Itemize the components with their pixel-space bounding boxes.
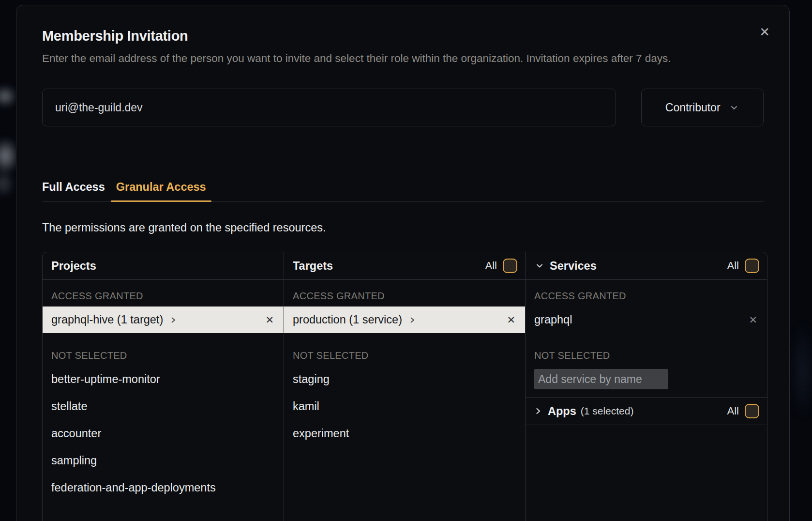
target-row-selected[interactable]: production (1 service) ✕ [284,306,525,333]
role-select[interactable]: Contributor [641,89,764,126]
services-not-selected-label: NOT SELECTED [534,350,758,361]
service-selected-name: graphql [534,313,572,326]
apps-label: Apps [548,405,576,418]
all-targets-checkbox[interactable] [503,259,517,273]
background-glow [0,85,17,107]
chevron-down-icon [728,102,740,113]
target-selected-name: production (1 service) [293,313,402,326]
service-row-selected[interactable]: graphql ✕ [526,306,767,333]
projects-header: Projects [43,252,284,280]
invite-form-row: Contributor [42,89,764,126]
targets-column: Targets All ACCESS GRANTED production (1… [284,252,526,521]
target-item[interactable]: experiment [284,420,525,447]
chevron-right-icon [169,316,177,324]
targets-header: Targets All [284,252,525,280]
projects-header-title: Projects [51,260,96,273]
project-item[interactable]: better-uptime-monitor [43,366,284,393]
apps-section-toggle[interactable]: Apps (1 selected) All [526,397,767,425]
services-access-granted-label: ACCESS GRANTED [534,291,758,302]
project-item[interactable]: accounter [43,420,284,447]
services-header-title: Services [550,260,597,273]
targets-not-selected-label: NOT SELECTED [293,350,516,361]
apps-selected-count: (1 selected) [581,405,634,417]
project-row-selected[interactable]: graphql-hive (1 target) ✕ [43,306,284,333]
projects-not-selected-list: better-uptime-monitor stellate accounter… [43,366,284,501]
background-glow [0,169,15,198]
role-select-value: Contributor [665,101,721,114]
background-glow [790,320,812,421]
all-apps-checkbox[interactable] [745,404,759,418]
all-services-checkbox[interactable] [745,259,759,273]
services-header[interactable]: Services All [526,252,767,280]
project-selected-name: graphql-hive (1 target) [51,313,163,326]
targets-access-granted-label: ACCESS GRANTED [293,291,516,302]
services-all-label: All [727,260,739,272]
tab-full-access[interactable]: Full Access [42,180,110,201]
projects-access-granted-label: ACCESS GRANTED [51,291,275,302]
close-icon[interactable]: ✕ [756,24,773,40]
remove-project-icon[interactable]: ✕ [264,315,275,325]
projects-not-selected-label: NOT SELECTED [51,350,275,361]
membership-invitation-dialog: ✕ Membership Invitation Enter the email … [16,5,790,521]
tab-granular-access[interactable]: Granular Access [111,180,211,201]
project-item[interactable]: sampling [43,447,284,474]
resources-table: Projects ACCESS GRANTED graphql-hive (1 … [42,252,767,521]
access-tabs: Full Access Granular Access [42,180,764,202]
project-item[interactable]: stellate [43,393,284,420]
targets-not-selected-list: staging kamil experiment [284,366,525,447]
projects-column: Projects ACCESS GRANTED graphql-hive (1 … [43,252,284,521]
chevron-down-icon [534,260,545,271]
targets-header-title: Targets [293,260,333,273]
add-service-input[interactable] [534,369,668,389]
permissions-note: The permissions are granted on the speci… [42,221,764,234]
target-item[interactable]: kamil [284,393,525,420]
project-item[interactable]: federation-and-app-deployments [43,474,284,501]
remove-service-icon[interactable]: ✕ [748,315,758,325]
chevron-right-icon [408,316,416,324]
services-all-control: All [727,259,759,273]
targets-all-control: All [485,259,517,273]
email-input[interactable] [42,89,616,126]
apps-all-control: All [727,404,759,418]
chevron-right-icon [533,406,543,416]
target-item[interactable]: staging [284,366,525,393]
targets-all-label: All [485,260,497,272]
apps-all-label: All [727,405,739,417]
dialog-title: Membership Invitation [42,28,764,44]
remove-target-icon[interactable]: ✕ [506,315,516,325]
dialog-description: Enter the email address of the person yo… [42,49,764,67]
services-column: Services All ACCESS GRANTED graphql ✕ NO… [526,252,767,521]
